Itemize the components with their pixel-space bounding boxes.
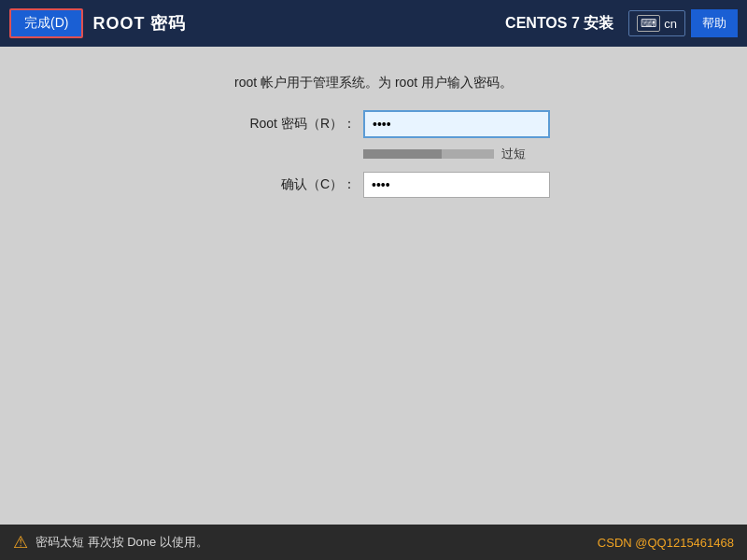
lang-label: cn xyxy=(664,17,677,31)
lang-selector[interactable]: ⌨ cn xyxy=(628,10,685,36)
confirm-label: 确认（C）： xyxy=(197,176,356,193)
header-left: 完成(D) ROOT 密码 xyxy=(9,8,186,38)
header-title: ROOT 密码 xyxy=(92,12,186,35)
centos-title: CENTOS 7 安装 xyxy=(505,14,613,34)
strength-row: 过短 xyxy=(197,146,550,162)
description: root 帐户用于管理系统。为 root 用户输入密码。 xyxy=(234,75,513,91)
confirm-input[interactable] xyxy=(363,172,550,198)
header: 完成(D) ROOT 密码 CENTOS 7 安装 ⌨ cn 帮助 xyxy=(0,0,747,47)
status-bar: ⚠ 密码太短 再次按 Done 以使用。 CSDN @QQ1215461468 xyxy=(0,525,747,560)
status-right-text: CSDN @QQ1215461468 xyxy=(598,536,734,550)
password-input[interactable] xyxy=(363,110,550,138)
done-button[interactable]: 完成(D) xyxy=(9,8,83,38)
status-warning-text: 密码太短 再次按 Done 以使用。 xyxy=(35,534,208,551)
strength-bar-container xyxy=(363,149,494,159)
keyboard-icon: ⌨ xyxy=(637,15,660,32)
header-right: CENTOS 7 安装 ⌨ cn 帮助 xyxy=(505,9,738,37)
help-button[interactable]: 帮助 xyxy=(691,9,738,37)
form-area: Root 密码（R）： 过短 确认（C）： xyxy=(197,110,550,205)
main-content: root 帐户用于管理系统。为 root 用户输入密码。 Root 密码（R）：… xyxy=(0,47,747,525)
confirm-row: 确认（C）： xyxy=(197,172,550,198)
password-row: Root 密码（R）： xyxy=(197,110,550,138)
status-left: ⚠ 密码太短 再次按 Done 以使用。 xyxy=(13,532,208,553)
strength-text: 过短 xyxy=(501,146,526,162)
password-label: Root 密码（R）： xyxy=(197,116,356,133)
warning-icon: ⚠ xyxy=(13,532,28,553)
strength-bar-fill xyxy=(363,149,442,159)
